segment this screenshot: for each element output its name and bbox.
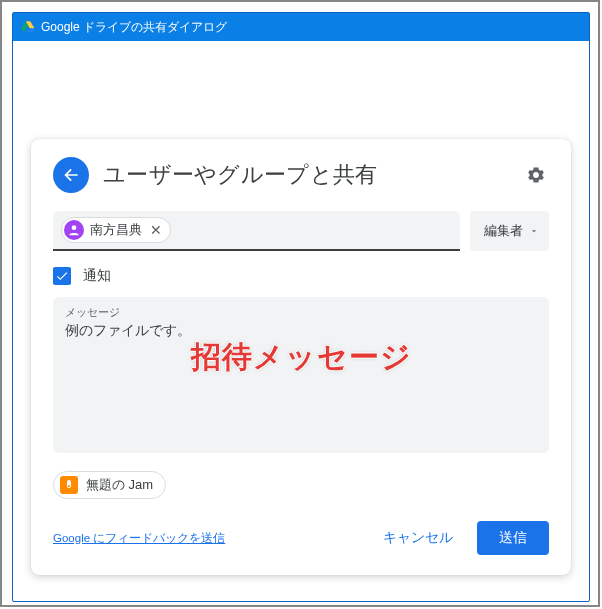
message-field-value: 例のファイルです。 xyxy=(65,322,537,340)
recipients-input[interactable]: 南方昌典 ✕ xyxy=(53,211,460,251)
content-area: ユーザーやグループと共有 南方昌典 ✕ xyxy=(13,41,589,601)
notify-label: 通知 xyxy=(83,267,111,285)
share-dialog-card: ユーザーやグループと共有 南方昌典 ✕ xyxy=(31,139,571,575)
check-icon xyxy=(55,269,69,283)
app-window: Google ドライブの共有ダイアログ ユーザーやグループと共有 xyxy=(12,12,590,602)
titlebar: Google ドライブの共有ダイアログ xyxy=(13,13,589,41)
avatar-icon xyxy=(64,220,84,240)
cancel-button[interactable]: キャンセル xyxy=(365,521,471,555)
outer-frame: Google ドライブの共有ダイアログ ユーザーやグループと共有 xyxy=(0,0,600,607)
google-drive-icon xyxy=(21,20,35,34)
dialog-footer: Google にフィードバックを送信 キャンセル 送信 xyxy=(53,521,549,555)
message-field-label: メッセージ xyxy=(65,305,537,320)
gear-icon xyxy=(526,165,546,185)
recipients-row: 南方昌典 ✕ 編集者 xyxy=(53,211,549,251)
notify-row: 通知 xyxy=(53,267,549,285)
dialog-title: ユーザーやグループと共有 xyxy=(103,160,509,190)
role-selector[interactable]: 編集者 xyxy=(470,211,549,251)
arrow-left-icon xyxy=(61,165,81,185)
window-title: Google ドライブの共有ダイアログ xyxy=(41,19,227,36)
message-input[interactable]: メッセージ 例のファイルです。 招待メッセージ xyxy=(53,297,549,453)
role-selected-label: 編集者 xyxy=(484,222,523,240)
chip-remove-icon[interactable]: ✕ xyxy=(150,223,162,237)
send-button[interactable]: 送信 xyxy=(477,521,549,555)
jam-file-icon xyxy=(60,476,78,494)
attachment-chip[interactable]: 無題の Jam xyxy=(53,471,166,499)
back-button[interactable] xyxy=(53,157,89,193)
chip-name: 南方昌典 xyxy=(90,221,142,239)
svg-point-4 xyxy=(68,485,70,487)
feedback-link[interactable]: Google にフィードバックを送信 xyxy=(53,531,225,546)
dialog-header: ユーザーやグループと共有 xyxy=(53,157,549,193)
settings-button[interactable] xyxy=(523,162,549,188)
caret-down-icon xyxy=(529,226,539,236)
svg-point-3 xyxy=(72,225,77,230)
notify-checkbox[interactable] xyxy=(53,267,71,285)
annotation-overlay: 招待メッセージ xyxy=(53,337,549,378)
person-chip[interactable]: 南方昌典 ✕ xyxy=(61,217,171,243)
attachment-name: 無題の Jam xyxy=(86,476,153,494)
